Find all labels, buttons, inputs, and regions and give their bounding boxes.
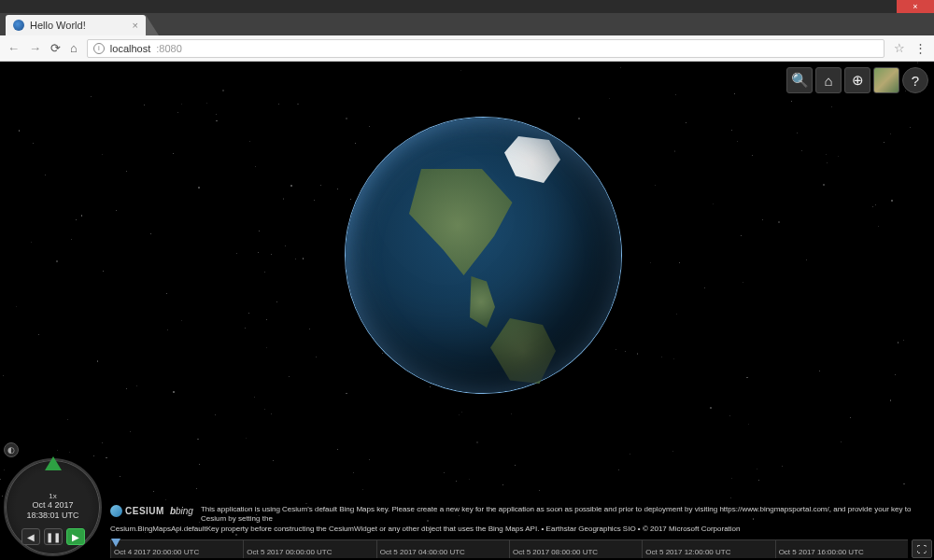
- timeline-ticks: Oct 4 2017 20:00:00 UTCOct 5 2017 00:00:…: [110, 540, 908, 558]
- timeline-tick: Oct 5 2017 16:00:00 UTC: [775, 540, 908, 558]
- tab-favicon-icon: [13, 20, 24, 31]
- timeline[interactable]: Oct 4 2017 20:00:00 UTCOct 5 2017 00:00:…: [110, 539, 908, 558]
- bing-logo: bbing: [170, 505, 193, 517]
- cesium-logo-text: CESIUM: [125, 505, 164, 517]
- timeline-tick: Oct 5 2017 12:00:00 UTC: [642, 540, 774, 558]
- site-info-icon[interactable]: i: [93, 43, 105, 54]
- landmass-greenland: [504, 136, 560, 183]
- new-tab-affordance[interactable]: [146, 15, 159, 35]
- clock-time: 18:38:01 UTC: [26, 511, 78, 521]
- window-close-button[interactable]: ×: [897, 0, 934, 13]
- browser-tab-strip: Hello World! ×: [0, 13, 934, 35]
- timeline-tick: Oct 4 2017 20:00:00 UTC: [110, 540, 243, 558]
- reload-button[interactable]: ⟳: [50, 41, 61, 55]
- clock-readout: 1x Oct 4 2017 18:38:01 UTC: [26, 492, 78, 521]
- browser-tab[interactable]: Hello World! ×: [6, 15, 146, 35]
- bookmark-star-icon[interactable]: ☆: [894, 41, 905, 55]
- timeline-tick: Oct 5 2017 00:00:00 UTC: [243, 540, 375, 558]
- geocoder-search-button[interactable]: 🔍: [786, 67, 813, 93]
- tab-close-button[interactable]: ×: [133, 20, 138, 31]
- play-controls: ◀ ❚❚ ▶: [21, 528, 85, 545]
- cesium-logo: CESIUM: [110, 505, 164, 517]
- pause-button[interactable]: ❚❚: [44, 528, 63, 545]
- fullscreen-button[interactable]: ⛶: [912, 539, 932, 558]
- timeline-tick: Oct 5 2017 08:00:00 UTC: [509, 540, 642, 558]
- back-button[interactable]: ←: [7, 41, 20, 55]
- tab-title: Hello World!: [30, 20, 86, 31]
- viewer-toolbar: 🔍 ⌂ ⊕ ?: [786, 67, 928, 93]
- animation-knob[interactable]: ◐: [4, 442, 19, 457]
- cesium-logo-icon: [110, 505, 122, 517]
- globe[interactable]: [346, 118, 621, 393]
- landmass-south-america: [490, 318, 556, 384]
- credits-line1: This application is using Cesium's defau…: [201, 505, 911, 523]
- window-title-bar: ×: [0, 0, 934, 13]
- browser-nav-bar: ← → ⟳ ⌂ i localhost:8080 ☆ ⋮: [0, 35, 934, 62]
- play-forward-button[interactable]: ▶: [66, 528, 85, 545]
- base-layer-picker-button[interactable]: [873, 67, 899, 93]
- url-port: :8080: [156, 43, 182, 54]
- forward-button[interactable]: →: [29, 41, 41, 55]
- address-bar[interactable]: i localhost:8080: [87, 39, 884, 58]
- animation-widget: 1x Oct 4 2017 18:38:01 UTC ◀ ❚❚ ▶: [4, 458, 102, 556]
- credits-bar: CESIUM bbing This application is using C…: [110, 505, 925, 534]
- landmass-central-america: [467, 276, 495, 328]
- cesium-viewer[interactable]: 🔍 ⌂ ⊕ ? ◐ 1x Oct 4 2017 18:38:01 UTC ◀ ❚…: [0, 62, 934, 560]
- scene-mode-button[interactable]: ⊕: [844, 67, 870, 93]
- home-view-button[interactable]: ⌂: [815, 67, 842, 93]
- home-button[interactable]: ⌂: [70, 41, 78, 55]
- clock-multiplier: 1x: [26, 492, 78, 501]
- timeline-tick: Oct 5 2017 04:00:00 UTC: [376, 540, 509, 558]
- browser-menu-button[interactable]: ⋮: [914, 41, 927, 55]
- landmass-north-america: [397, 169, 518, 281]
- url-host: localhost: [110, 43, 150, 54]
- shuttle-ring-pointer[interactable]: [45, 456, 62, 470]
- credits-line2: Cesium.BingMapsApi.defaultKey property b…: [110, 525, 741, 533]
- clock-date: Oct 4 2017: [26, 500, 78, 511]
- nav-help-button[interactable]: ?: [902, 67, 928, 93]
- play-reverse-button[interactable]: ◀: [21, 528, 40, 545]
